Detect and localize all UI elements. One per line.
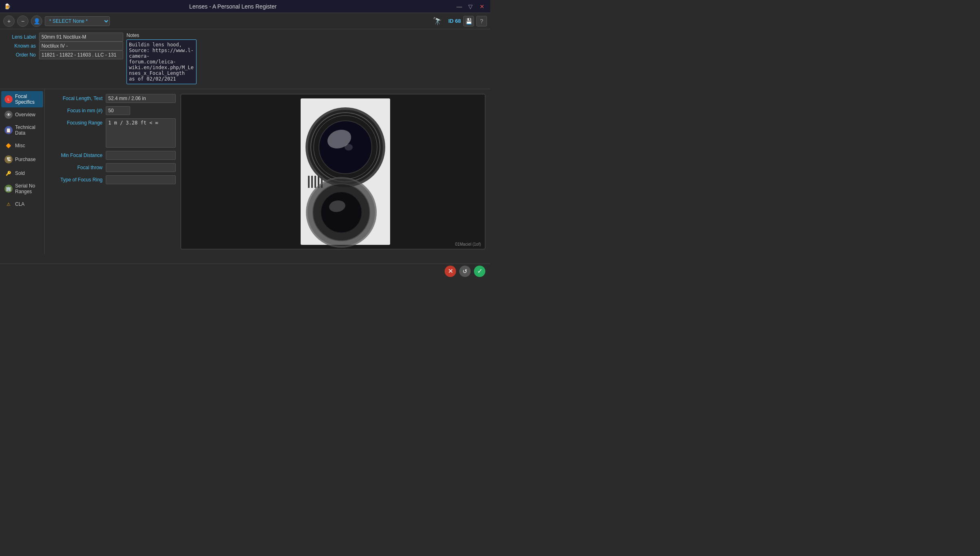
order-no-input[interactable] xyxy=(39,50,123,59)
sold-icon: 🔑 xyxy=(4,169,13,177)
cla-label: CLA xyxy=(15,201,24,207)
record-id: ID 68 xyxy=(448,18,461,24)
maximize-button[interactable]: ▽ xyxy=(467,2,475,11)
lens-photo-container: 01Maciel (1of) xyxy=(181,94,485,249)
select-dropdown[interactable]: * SELECT None * xyxy=(45,16,110,26)
misc-icon: 🔶 xyxy=(4,142,13,150)
title-bar: 🍺 Lenses - A Personal Lens Register — ▽ … xyxy=(0,0,490,13)
focal-specifics-label: Focal Specifics xyxy=(15,94,40,105)
remove-button[interactable]: − xyxy=(17,15,28,27)
close-button[interactable]: ✕ xyxy=(478,2,486,11)
toolbar: + − 👤 * SELECT None * 🔭 ID 68 💾 ? xyxy=(0,13,490,29)
purchase-icon: 🏗 xyxy=(4,155,13,164)
sidebar-item-sold[interactable]: 🔑 Sold xyxy=(1,167,43,180)
sidebar-item-misc[interactable]: 🔶 Misc xyxy=(1,139,43,152)
svg-rect-8 xyxy=(311,176,313,188)
sidebar-item-focal-specifics[interactable]: L Focal Specifics xyxy=(1,91,43,107)
overview-label: Overview xyxy=(15,112,35,118)
content-area: L Focal Specifics 👁 Overview 📋 Technical… xyxy=(0,89,490,254)
focus-in-mm-row: Focus in mm (#) xyxy=(50,106,176,115)
known-as-label: Known as xyxy=(3,43,36,49)
focal-length-text-input[interactable] xyxy=(106,94,176,103)
cancel-button[interactable]: ✕ xyxy=(445,266,456,277)
type-of-focus-ring-input[interactable] xyxy=(106,175,176,184)
focusing-range-input[interactable] xyxy=(106,118,176,148)
top-form-fields: Lens Label Known as Order No xyxy=(3,33,123,85)
add-button[interactable]: + xyxy=(3,15,15,27)
image-caption: 01Maciel (1of) xyxy=(455,242,481,246)
focus-in-mm-label: Focus in mm (#) xyxy=(50,106,103,113)
search-binoculars-button[interactable]: 🔭 xyxy=(433,17,442,26)
save-button[interactable]: 💾 xyxy=(463,16,474,26)
focal-specifics-fields: Focal Length, Text Focus in mm (#) Focus… xyxy=(50,94,176,249)
focal-length-text-row: Focal Length, Text xyxy=(50,94,176,103)
toolbar-right: 💾 ? xyxy=(463,16,487,26)
order-no-label: Order No xyxy=(3,52,36,58)
app-title: Lenses - A Personal Lens Register xyxy=(189,3,277,10)
sidebar-item-serial-no-ranges[interactable]: 🏢 Serial No Ranges xyxy=(1,181,43,197)
focal-throw-input[interactable] xyxy=(106,163,176,172)
lens-label-label: Lens Label xyxy=(3,34,36,40)
notes-section: Notes xyxy=(127,33,487,85)
min-focal-distance-label: Min Focal Distance xyxy=(50,151,103,158)
lens-image-panel: 01Maciel (1of) xyxy=(181,94,485,249)
focusing-range-label: Focusing Range xyxy=(50,118,103,126)
svg-rect-7 xyxy=(308,176,310,188)
user-button[interactable]: 👤 xyxy=(31,15,42,27)
lens-label-row: Lens Label xyxy=(3,33,123,41)
top-section: Lens Label Known as Order No Notes xyxy=(0,29,490,89)
neutral-button[interactable]: ↺ xyxy=(459,266,471,277)
notes-label: Notes xyxy=(127,33,487,38)
misc-label: Misc xyxy=(15,143,25,148)
focal-throw-row: Focal throw xyxy=(50,163,176,172)
app-icon: 🍺 xyxy=(4,3,11,9)
bottom-bar: ✕ ↺ ✓ xyxy=(0,264,490,278)
type-of-focus-ring-label: Type of Focus Ring xyxy=(50,175,103,183)
serial-icon: 🏢 xyxy=(4,185,13,193)
title-bar-left: 🍺 xyxy=(4,3,11,9)
focal-length-text-label: Focal Length, Text xyxy=(50,94,103,101)
focusing-range-row: Focusing Range xyxy=(50,118,176,148)
cla-icon: ⚠ xyxy=(4,200,13,208)
order-no-row: Order No xyxy=(3,50,123,59)
technical-data-icon: 📋 xyxy=(4,126,13,134)
title-bar-controls: — ▽ ✕ xyxy=(455,2,486,11)
min-focal-distance-row: Min Focal Distance xyxy=(50,151,176,160)
sold-label: Sold xyxy=(15,170,25,176)
focal-throw-label: Focal throw xyxy=(50,163,103,170)
svg-point-5 xyxy=(345,144,353,150)
overview-icon: 👁 xyxy=(4,111,13,119)
known-as-input[interactable] xyxy=(39,41,123,50)
min-focal-distance-input[interactable] xyxy=(106,151,176,160)
purchase-label: Purchase xyxy=(15,157,36,162)
main-content: Focal Length, Text Focus in mm (#) Focus… xyxy=(45,89,490,254)
notes-textarea[interactable] xyxy=(127,39,196,84)
ok-button[interactable]: ✓ xyxy=(474,266,485,277)
sidebar-item-technical-data[interactable]: 📋 Technical Data xyxy=(1,122,43,138)
known-as-row: Known as xyxy=(3,41,123,50)
svg-point-14 xyxy=(321,192,362,233)
lens-label-input[interactable] xyxy=(39,33,123,41)
lens-svg xyxy=(276,94,390,249)
sidebar: L Focal Specifics 👁 Overview 📋 Technical… xyxy=(0,89,45,254)
sidebar-item-cla[interactable]: ⚠ CLA xyxy=(1,198,43,211)
focal-specifics-icon: L xyxy=(4,95,13,103)
focus-in-mm-input[interactable] xyxy=(106,106,130,115)
technical-data-label: Technical Data xyxy=(15,124,40,136)
serial-label: Serial No Ranges xyxy=(15,183,40,194)
minimize-button[interactable]: — xyxy=(455,2,463,11)
type-of-focus-ring-row: Type of Focus Ring xyxy=(50,175,176,184)
help-button[interactable]: ? xyxy=(476,16,487,26)
sidebar-item-overview[interactable]: 👁 Overview xyxy=(1,108,43,121)
svg-rect-9 xyxy=(314,176,316,188)
sidebar-item-purchase[interactable]: 🏗 Purchase xyxy=(1,153,43,166)
